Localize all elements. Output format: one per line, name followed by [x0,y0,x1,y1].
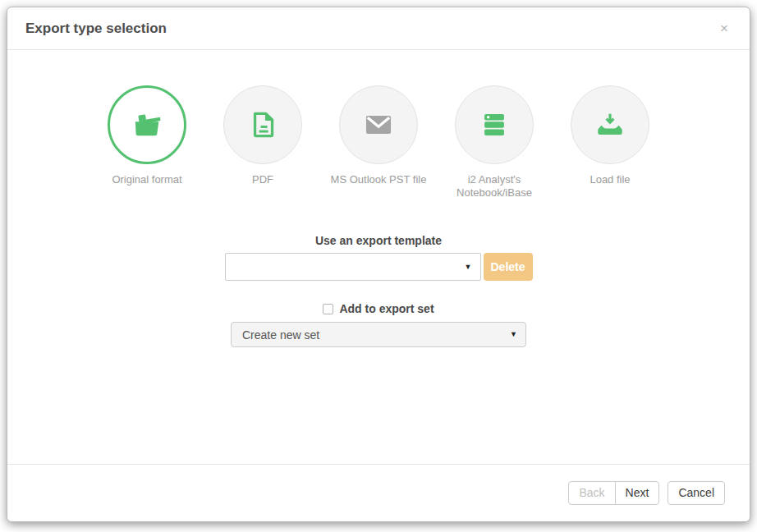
document-icon [245,108,280,142]
template-heading: Use an export template [315,233,442,248]
export-type-load-file[interactable]: Load file [553,85,668,200]
export-type-i2-analysts-notebook[interactable]: i2 Analyst's Notebook/iBase [437,85,553,200]
folder-open-icon [129,107,165,143]
export-set-checkbox[interactable] [323,304,333,314]
add-to-export-set-row[interactable]: Add to export set [323,302,434,315]
export-type-label: PDF [252,173,273,186]
export-type-label: MS Outlook PST file [331,173,427,186]
close-icon[interactable]: × [717,20,732,37]
delete-button[interactable]: Delete [484,253,533,281]
server-stack-icon [477,108,512,142]
chevron-down-icon: ▼ [510,331,525,338]
back-button[interactable]: Back [568,481,615,505]
export-type-label: i2 Analyst's Notebook/iBase [442,173,547,200]
export-type-dialog: Export type selection × [7,7,750,522]
template-select[interactable]: ▼ [225,253,481,281]
download-tray-icon [593,108,627,142]
export-set-select-value: Create new set [232,328,510,342]
export-type-label: Original format [112,173,181,186]
export-set-checkbox-label: Add to export set [339,302,434,315]
export-type-original-format[interactable]: Original format [89,85,205,200]
export-type-list: Original format PDF [89,85,668,200]
export-type-circle [571,85,649,164]
back-next-button-group: Back Next [568,481,659,505]
next-button[interactable]: Next [615,481,660,505]
export-type-circle [108,85,186,164]
export-set-select[interactable]: Create new set ▼ [231,322,526,347]
dialog-body: Original format PDF [7,50,750,464]
envelope-icon [360,107,397,143]
export-type-label: Load file [590,173,630,186]
export-type-circle [223,85,302,164]
export-type-circle [455,85,534,164]
dialog-title: Export type selection [25,21,717,37]
dialog-footer: Back Next Cancel [7,464,750,521]
cancel-button[interactable]: Cancel [668,481,725,505]
export-type-ms-outlook-pst[interactable]: MS Outlook PST file [321,85,437,200]
export-type-circle [339,85,418,164]
dialog-header: Export type selection × [7,7,750,50]
chevron-down-icon: ▼ [465,264,480,271]
export-type-pdf[interactable]: PDF [205,85,321,200]
template-row: ▼ Delete [225,253,533,281]
